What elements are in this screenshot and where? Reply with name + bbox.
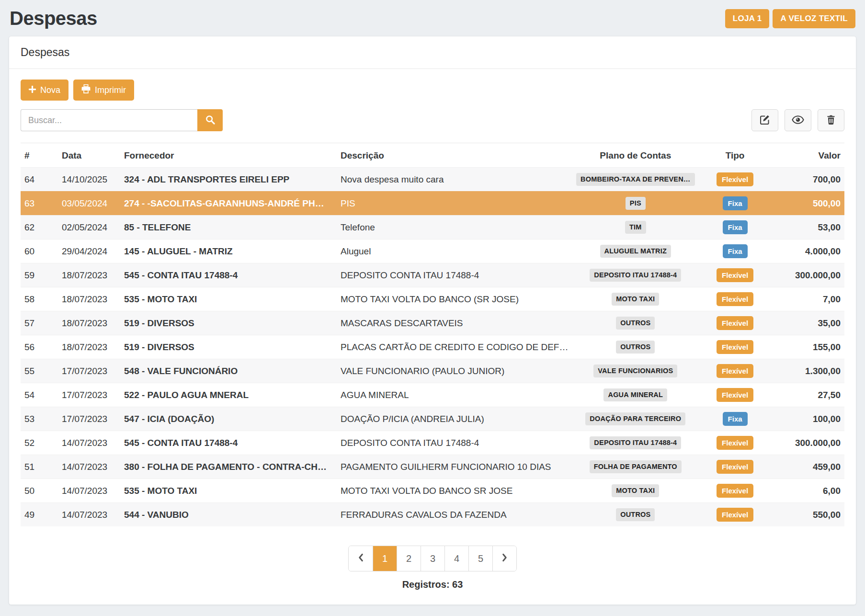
row-description: DEPOSITO CONTA ITAU 17488-4 bbox=[337, 431, 572, 455]
row-plan-cell: FOLHA DE PAGAMENTO bbox=[572, 455, 699, 479]
row-value: 1.300,00 bbox=[772, 359, 844, 383]
card-body: Nova Imprimir bbox=[9, 69, 856, 605]
table-row[interactable]: 5114/07/2023380 - FOLHA DE PAGAMENTO - C… bbox=[21, 455, 844, 479]
row-plan-cell: VALE FUNCIONARIOS bbox=[572, 359, 699, 383]
search-group bbox=[21, 109, 223, 131]
expenses-table-body: 6414/10/2025324 - ADL TRANSPORTES EIRELI… bbox=[21, 168, 844, 527]
column-header-supplier: Fornecedor bbox=[120, 143, 337, 168]
row-supplier: 274 - -SACOLITAS-GARANHUNS-ANDRÉ PH… bbox=[120, 192, 337, 216]
edit-button[interactable] bbox=[751, 109, 778, 131]
plan-badge: MOTO TAXI bbox=[612, 293, 659, 306]
row-description: Telefone bbox=[337, 216, 572, 240]
type-badge: Flexível bbox=[717, 340, 753, 354]
type-badge: Flexível bbox=[717, 436, 753, 450]
row-value: 35,00 bbox=[772, 311, 844, 335]
row-date: 14/07/2023 bbox=[58, 431, 120, 455]
row-description: PIS bbox=[337, 192, 572, 216]
table-row[interactable]: 5618/07/2023519 - DIVERSOSPLACAS CARTÃO … bbox=[21, 335, 844, 359]
row-id: 63 bbox=[21, 192, 58, 216]
row-supplier: 535 - MOTO TAXI bbox=[120, 479, 337, 503]
row-value: 550,00 bbox=[772, 503, 844, 527]
toolbar: Nova Imprimir bbox=[21, 80, 844, 101]
type-badge: Flexível bbox=[717, 388, 753, 402]
row-actions bbox=[751, 109, 844, 131]
row-type-cell: Flexível bbox=[699, 263, 772, 287]
table-row[interactable]: 4914/07/2023544 - VANUBIOFERRADURAS CAVA… bbox=[21, 503, 844, 527]
page-button-2[interactable]: 2 bbox=[397, 546, 421, 571]
view-button[interactable] bbox=[785, 109, 811, 131]
row-description: MOTO TAXI VOLTA DO BANCO (SR JOSE) bbox=[337, 287, 572, 311]
table-row[interactable]: 6029/04/2024145 - ALUGUEL - MATRIZAlugue… bbox=[21, 240, 844, 263]
row-id: 54 bbox=[21, 383, 58, 407]
table-row[interactable]: 6414/10/2025324 - ADL TRANSPORTES EIRELI… bbox=[21, 168, 844, 192]
delete-button[interactable] bbox=[818, 109, 844, 131]
row-plan-cell: AGUA MINERAL bbox=[572, 383, 699, 407]
table-row[interactable]: 5517/07/2023548 - VALE FUNCIONÁRIOVALE F… bbox=[21, 359, 844, 383]
plan-badge: BOMBEIRO-TAXA DE PREVEN… bbox=[576, 173, 695, 186]
table-row[interactable]: 5214/07/2023545 - CONTA ITAU 17488-4DEPO… bbox=[21, 431, 844, 455]
trash-icon bbox=[827, 115, 835, 126]
row-description: MASCARAS DESCARTAVEIS bbox=[337, 311, 572, 335]
company-button[interactable]: A VELOZ TEXTIL bbox=[773, 9, 855, 28]
next-page-button[interactable] bbox=[492, 546, 516, 571]
row-date: 14/07/2023 bbox=[58, 503, 120, 527]
plan-badge: OUTROS bbox=[616, 341, 655, 354]
search-row bbox=[21, 109, 844, 131]
row-supplier: 544 - VANUBIO bbox=[120, 503, 337, 527]
table-row[interactable]: 5014/07/2023535 - MOTO TAXIMOTO TAXI VOL… bbox=[21, 479, 844, 503]
plan-badge: AGUA MINERAL bbox=[603, 388, 667, 401]
row-date: 18/07/2023 bbox=[58, 287, 120, 311]
search-icon bbox=[205, 115, 215, 126]
row-description: VALE FUNCIONARIO (PAULO JUNIOR) bbox=[337, 359, 572, 383]
row-supplier: 145 - ALUGUEL - MATRIZ bbox=[120, 240, 337, 263]
search-button[interactable] bbox=[197, 109, 223, 131]
print-button[interactable]: Imprimir bbox=[73, 80, 134, 101]
row-description: DOAÇÃO P/ICIA (ANDREIA JULIA) bbox=[337, 407, 572, 431]
row-id: 49 bbox=[21, 503, 58, 527]
type-badge: Flexível bbox=[717, 484, 753, 498]
table-row[interactable]: 5317/07/2023547 - ICIA (DOAÇÃO)DOAÇÃO P/… bbox=[21, 407, 844, 431]
row-date: 18/07/2023 bbox=[58, 263, 120, 287]
table-header-row: # Data Fornecedor Descrição Plano de Con… bbox=[21, 143, 844, 168]
page-button-3[interactable]: 3 bbox=[421, 546, 444, 571]
column-header-plan: Plano de Contas bbox=[572, 143, 699, 168]
row-description: PLACAS CARTÃO DE CREDITO E CODIGO DE DEF… bbox=[337, 335, 572, 359]
row-plan-cell: BOMBEIRO-TAXA DE PREVEN… bbox=[572, 168, 699, 192]
table-row[interactable]: 5818/07/2023535 - MOTO TAXIMOTO TAXI VOL… bbox=[21, 287, 844, 311]
store-button[interactable]: LOJA 1 bbox=[725, 9, 770, 28]
page-button-5[interactable]: 5 bbox=[468, 546, 492, 571]
table-row[interactable]: 5718/07/2023519 - DIVERSOSMASCARAS DESCA… bbox=[21, 311, 844, 335]
search-input[interactable] bbox=[21, 109, 197, 131]
row-value: 4.000,00 bbox=[772, 240, 844, 263]
type-badge: Fixa bbox=[723, 412, 748, 426]
chevron-right-icon bbox=[502, 553, 508, 564]
row-date: 14/07/2023 bbox=[58, 479, 120, 503]
row-type-cell: Flexível bbox=[699, 479, 772, 503]
plus-icon bbox=[29, 85, 36, 95]
row-type-cell: Fixa bbox=[699, 240, 772, 263]
row-id: 52 bbox=[21, 431, 58, 455]
page-button-4[interactable]: 4 bbox=[444, 546, 468, 571]
row-date: 18/07/2023 bbox=[58, 335, 120, 359]
table-row[interactable]: 5417/07/2023522 - PAULO AGUA MNERALAGUA … bbox=[21, 383, 844, 407]
new-expense-button[interactable]: Nova bbox=[21, 80, 68, 101]
row-date: 03/05/2024 bbox=[58, 192, 120, 216]
row-plan-cell: OUTROS bbox=[572, 503, 699, 527]
table-row[interactable]: 6202/05/202485 - TELEFONETelefoneTIMFixa… bbox=[21, 216, 844, 240]
row-type-cell: Flexível bbox=[699, 383, 772, 407]
row-description: Aluguel bbox=[337, 240, 572, 263]
row-plan-cell: TIM bbox=[572, 216, 699, 240]
table-row[interactable]: 6303/05/2024274 - -SACOLITAS-GARANHUNS-A… bbox=[21, 192, 844, 216]
page-button-1[interactable]: 1 bbox=[373, 546, 397, 571]
row-description: FERRADURAS CAVALOS DA FAZENDA bbox=[337, 503, 572, 527]
row-date: 02/05/2024 bbox=[58, 216, 120, 240]
row-id: 60 bbox=[21, 240, 58, 263]
plan-badge: DEPOSITO ITAU 17488-4 bbox=[590, 436, 681, 449]
prev-page-button[interactable] bbox=[349, 546, 373, 571]
table-row[interactable]: 5918/07/2023545 - CONTA ITAU 17488-4DEPO… bbox=[21, 263, 844, 287]
row-plan-cell: PIS bbox=[572, 192, 699, 216]
row-id: 51 bbox=[21, 455, 58, 479]
row-value: 7,00 bbox=[772, 287, 844, 311]
row-date: 17/07/2023 bbox=[58, 359, 120, 383]
plan-badge: VALE FUNCIONARIOS bbox=[593, 365, 677, 377]
